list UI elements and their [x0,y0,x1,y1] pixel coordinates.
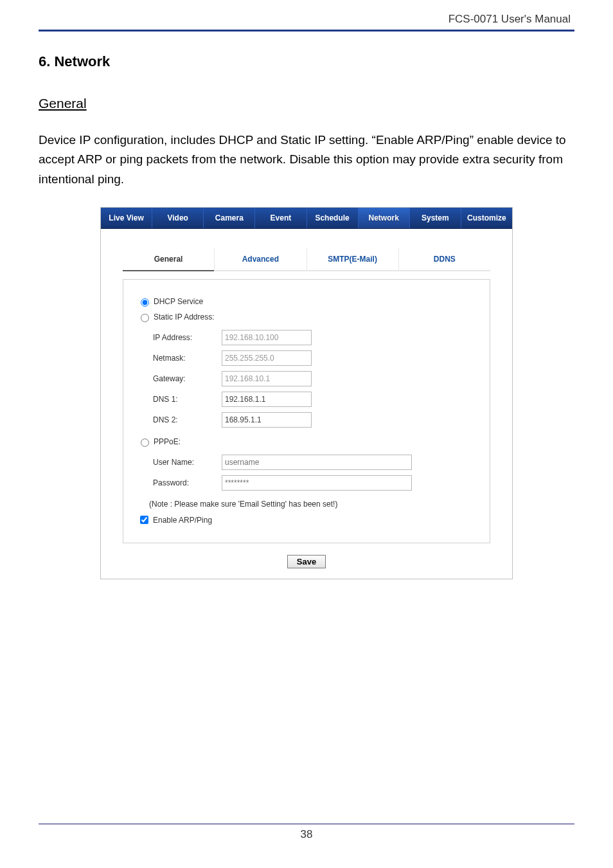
screenshot-panel: Live View Video Camera Event Schedule Ne… [100,207,513,579]
nav-schedule[interactable]: Schedule [306,208,358,228]
pppoe-fields: User Name: Password: [149,452,416,493]
page-number: 38 [39,828,574,841]
dns2-label: DNS 2: [149,410,218,430]
email-note: (Note : Please make sure 'Email Setting'… [149,500,475,509]
nav-event[interactable]: Event [254,208,306,228]
settings-panel: DHCP Service Static IP Address: IP Addre… [123,279,490,543]
sub-nav: General Advanced SMTP(E-Mail) DDNS [123,248,490,271]
radio-dhcp-label: DHCP Service [154,297,203,306]
dns1-label: DNS 1: [149,389,218,410]
nav-system[interactable]: System [409,208,461,228]
radio-static-label: Static IP Address: [154,312,215,321]
arp-ping-row[interactable]: Enable ARP/Ping [138,514,475,526]
gateway-label: Gateway: [149,368,218,389]
nav-customize[interactable]: Customize [461,208,512,228]
username-input[interactable] [222,455,412,470]
password-input[interactable] [222,475,412,491]
netmask-input[interactable] [222,350,312,366]
ip-input[interactable] [222,330,312,345]
footer-rule [39,824,574,824]
tab-advanced[interactable]: Advanced [214,248,306,271]
nav-camera[interactable]: Camera [203,208,254,228]
subsection-title: General [39,96,574,111]
radio-pppoe[interactable] [141,439,149,447]
radio-static-row[interactable]: Static IP Address: [138,312,475,322]
body-paragraph: Device IP configuration, includes DHCP a… [39,131,574,189]
radio-pppoe-label: PPPoE: [154,437,181,446]
section-title: 6. Network [39,53,574,70]
save-button[interactable]: Save [287,555,326,568]
static-ip-fields: IP Address: Netmask: Gateway: DNS 1: DNS… [149,327,315,430]
ip-label: IP Address: [149,327,218,348]
radio-pppoe-row[interactable]: PPPoE: [138,437,475,447]
tab-smtp[interactable]: SMTP(E-Mail) [306,248,398,271]
arp-ping-checkbox[interactable] [140,516,148,524]
header-rule [39,30,574,32]
radio-static[interactable] [141,314,149,322]
nav-video[interactable]: Video [152,208,203,228]
username-label: User Name: [149,452,218,473]
tab-general[interactable]: General [123,248,214,271]
nav-live-view[interactable]: Live View [101,208,152,228]
arp-ping-label: Enable ARP/Ping [153,516,212,525]
dns2-input[interactable] [222,412,312,428]
password-label: Password: [149,473,218,493]
radio-dhcp[interactable] [141,298,149,307]
netmask-label: Netmask: [149,348,218,368]
radio-dhcp-row[interactable]: DHCP Service [138,296,475,307]
gateway-input[interactable] [222,371,312,386]
nav-network[interactable]: Network [358,208,409,228]
document-title: FCS-0071 User's Manual [39,13,574,26]
dns1-input[interactable] [222,392,312,407]
tab-ddns[interactable]: DDNS [398,248,490,271]
main-nav: Live View Video Camera Event Schedule Ne… [101,208,512,229]
